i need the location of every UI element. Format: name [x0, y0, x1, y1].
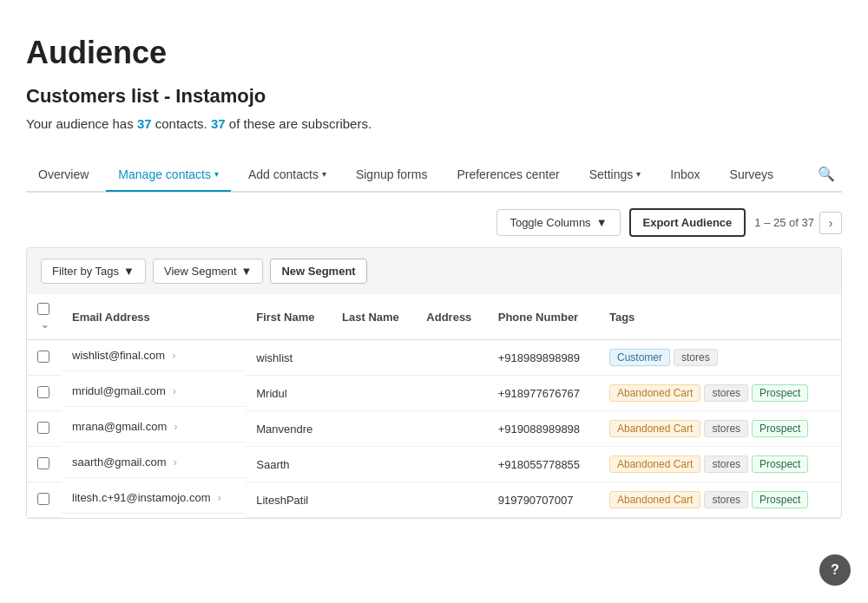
tag-badge: Abandoned Cart: [609, 491, 700, 508]
audience-info-suffix: of these are subscribers.: [229, 116, 372, 131]
row-checkbox-cell: [27, 482, 62, 518]
row-address: [416, 376, 487, 411]
row-address: [416, 447, 487, 482]
nav-item-add-contacts[interactable]: Add contacts▾: [236, 159, 339, 192]
chevron-down-icon: ▼: [241, 265, 253, 278]
row-expand-icon[interactable]: ›: [174, 420, 177, 433]
lastname-col-label: Last Name: [342, 311, 399, 324]
table-header: ⌄ Email Address First Name Last Name: [27, 294, 841, 340]
nav-item-signup-forms[interactable]: Signup forms: [344, 159, 439, 192]
email-value: mridul@gmail.com: [72, 384, 166, 397]
row-checkbox[interactable]: [37, 386, 49, 398]
sort-icon: ⌄: [41, 319, 49, 330]
new-segment-button[interactable]: New Segment: [270, 259, 366, 284]
email-col-label: Email Address: [72, 311, 150, 324]
tag-badge: stores: [704, 420, 748, 437]
row-phone: +918055778855: [488, 447, 599, 482]
filter-by-tags-label: Filter by Tags: [52, 265, 119, 278]
row-first-name: Saarth: [246, 447, 332, 482]
tag-badge: stores: [674, 349, 718, 366]
nav-item-manage-contacts[interactable]: Manage contacts▾: [106, 159, 231, 192]
nav-item-overview[interactable]: Overview: [26, 159, 101, 192]
row-phone: +918977676767: [488, 376, 599, 411]
th-address: Address: [416, 294, 487, 340]
nav-item-preferences-center[interactable]: Preferences center: [444, 159, 571, 192]
row-email: wishlist@final.com›: [62, 340, 246, 371]
chevron-down-icon: ▼: [596, 216, 608, 229]
row-last-name: [332, 482, 416, 518]
list-subtitle: Customers list - Instamojo: [26, 85, 842, 108]
nav-label-manage-contacts: Manage contacts: [118, 167, 211, 181]
row-checkbox[interactable]: [37, 457, 49, 469]
search-icon[interactable]: 🔍: [811, 157, 842, 191]
view-segment-button[interactable]: View Segment ▼: [153, 259, 263, 284]
select-all-header: ⌄: [27, 294, 62, 340]
tag-badge: Customer: [609, 349, 670, 366]
nav-item-inbox[interactable]: Inbox: [658, 159, 712, 192]
nav-item-surveys[interactable]: Surveys: [718, 159, 786, 192]
row-checkbox[interactable]: [37, 493, 49, 505]
row-phone: 919790707007: [488, 482, 599, 518]
page-title: Audience: [26, 35, 842, 71]
row-last-name: [332, 447, 416, 482]
subscriber-count: 37: [211, 116, 226, 131]
nav-item-settings[interactable]: Settings▾: [577, 159, 654, 192]
row-email: litesh.c+91@instamojo.com›: [62, 482, 246, 514]
tag-badge: stores: [704, 491, 748, 508]
tag-badge: Abandoned Cart: [609, 420, 700, 437]
table-row: wishlist@final.com›wishlist+918989898989…: [27, 340, 841, 376]
chevron-down-icon: ▾: [214, 169, 219, 179]
pagination-info: 1 – 25 of 37 ›: [754, 212, 842, 234]
pagination-next-button[interactable]: ›: [819, 212, 842, 234]
th-firstname: First Name: [246, 294, 332, 340]
row-phone: +918989898989: [488, 340, 599, 376]
row-email: mrana@gmail.com›: [62, 411, 246, 442]
nav-label-settings: Settings: [589, 167, 634, 181]
row-expand-icon[interactable]: ›: [172, 349, 175, 362]
row-tags: Abandoned CartstoresProspect: [599, 482, 841, 518]
th-phone: Phone Number: [488, 294, 599, 340]
nav-label-signup-forms: Signup forms: [356, 167, 427, 181]
tag-badge: Abandoned Cart: [609, 456, 700, 473]
row-first-name: LiteshPatil: [246, 482, 332, 518]
export-audience-button[interactable]: Export Audience: [629, 208, 746, 237]
phone-col-label: Phone Number: [498, 311, 578, 324]
toggle-columns-button[interactable]: Toggle Columns ▼: [496, 209, 620, 236]
filter-bar: Filter by Tags ▼ View Segment ▼ New Segm…: [27, 248, 841, 294]
row-expand-icon[interactable]: ›: [173, 384, 176, 397]
th-lastname: Last Name: [332, 294, 416, 340]
contacts-table: ⌄ Email Address First Name Last Name: [27, 294, 841, 518]
row-last-name: [332, 411, 416, 447]
row-address: [416, 340, 487, 376]
row-expand-icon[interactable]: ›: [174, 456, 177, 469]
row-last-name: [332, 376, 416, 411]
row-tags: Abandoned CartstoresProspect: [599, 447, 841, 482]
row-checkbox[interactable]: [37, 351, 49, 363]
view-segment-label: View Segment: [164, 265, 237, 278]
row-email: saarth@gmail.com›: [62, 447, 246, 478]
select-all-checkbox[interactable]: [37, 303, 49, 315]
nav-label-surveys: Surveys: [730, 167, 774, 181]
chevron-down-icon: ▾: [636, 169, 641, 179]
row-email: mridul@gmail.com›: [62, 376, 246, 407]
address-col-label: Address: [426, 311, 471, 324]
tag-badge: Prospect: [752, 420, 808, 437]
row-address: [416, 411, 487, 447]
th-tags: Tags: [599, 294, 841, 340]
row-first-name: wishlist: [246, 340, 332, 376]
tags-col-label: Tags: [609, 311, 635, 324]
filter-by-tags-button[interactable]: Filter by Tags ▼: [41, 259, 146, 284]
row-checkbox-cell: [27, 447, 62, 482]
row-expand-icon[interactable]: ›: [218, 491, 221, 504]
row-tags: Customerstores: [599, 340, 841, 376]
email-sort[interactable]: Email Address: [72, 311, 235, 324]
email-value: mrana@gmail.com: [72, 420, 167, 433]
email-value: saarth@gmail.com: [72, 456, 167, 469]
row-first-name: Mridul: [246, 376, 332, 411]
row-checkbox[interactable]: [37, 422, 49, 434]
tag-badge: stores: [704, 384, 748, 402]
audience-info-middle: contacts.: [155, 116, 211, 131]
chevron-down-icon: ▾: [322, 169, 326, 179]
row-address: [416, 482, 487, 518]
chevron-down-icon: ▼: [123, 265, 135, 278]
